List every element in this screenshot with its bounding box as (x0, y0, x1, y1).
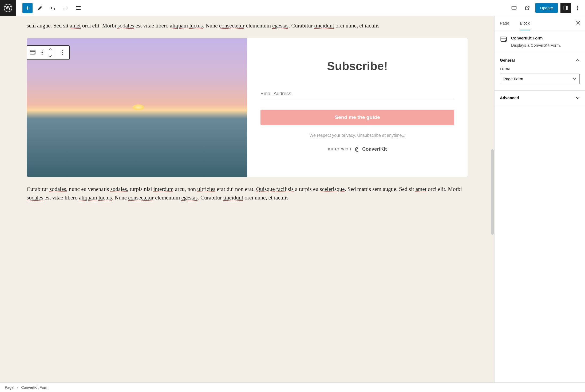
editor-canvas[interactable]: sem augue. Sed sit amet orci elit. Morbi… (0, 16, 494, 382)
add-block-button[interactable]: + (22, 3, 33, 13)
block-name-label: ConvertKit Form (511, 36, 580, 40)
convertkit-form-icon (500, 36, 507, 43)
svg-point-8 (41, 51, 42, 51)
device-preview-button[interactable] (509, 3, 519, 13)
block-drag-handle[interactable] (38, 45, 46, 60)
subscribe-button[interactable]: Send me the guide (260, 110, 454, 125)
form-select[interactable]: Page Form (500, 74, 580, 84)
svg-point-10 (41, 52, 42, 53)
paragraph-block[interactable]: Curabitur sodales, nunc eu venenatis sod… (27, 185, 468, 202)
svg-point-14 (62, 50, 63, 51)
panel-general-header[interactable]: General (495, 53, 585, 67)
settings-sidebar: Page Block ConvertKit Form Displays a Co… (494, 16, 585, 382)
close-sidebar-button[interactable] (571, 17, 585, 29)
edit-tool-button[interactable] (35, 3, 45, 13)
breadcrumb-page[interactable]: Page (5, 385, 14, 390)
svg-point-15 (62, 52, 63, 53)
svg-point-0 (4, 4, 12, 12)
svg-point-4 (577, 6, 578, 7)
editor-topbar: + Update (0, 0, 585, 16)
panel-general: General Form Page Form (495, 53, 585, 91)
breadcrumb-block[interactable]: ConvertKit Form (21, 385, 48, 390)
form-panel: Subscribe! Send me the guide We respect … (247, 38, 468, 177)
scrollbar-thumb[interactable] (491, 149, 494, 235)
svg-point-9 (42, 51, 43, 51)
svg-point-12 (41, 54, 42, 55)
document-overview-button[interactable] (73, 3, 84, 13)
block-type-button[interactable] (27, 45, 38, 60)
panel-advanced-header[interactable]: Advanced (495, 91, 585, 105)
email-input[interactable] (260, 89, 454, 99)
more-options-button[interactable] (574, 3, 581, 13)
paragraph-block[interactable]: sem augue. Sed sit amet orci elit. Morbi… (27, 21, 468, 30)
convertkit-brand: ConvertKit (355, 146, 387, 152)
svg-point-16 (62, 54, 63, 55)
chevron-down-icon (573, 78, 576, 80)
wordpress-logo[interactable] (0, 0, 16, 16)
tab-page[interactable]: Page (495, 16, 515, 30)
undo-button[interactable] (48, 3, 58, 13)
form-title: Subscribe! (327, 59, 388, 73)
convertkit-form-block[interactable]: Subscribe! Send me the guide We respect … (27, 38, 468, 177)
move-block-down-button[interactable] (46, 53, 55, 60)
svg-rect-3 (566, 6, 568, 10)
tab-block[interactable]: Block (515, 16, 535, 30)
sidebar-tabs: Page Block (495, 16, 585, 30)
breadcrumb: Page › ConvertKit Form (0, 382, 585, 392)
svg-point-11 (42, 52, 43, 53)
panel-advanced: Advanced (495, 91, 585, 105)
update-button[interactable]: Update (535, 3, 558, 13)
block-options-button[interactable] (55, 45, 69, 60)
chevron-right-icon: › (17, 385, 18, 390)
redo-button (60, 3, 71, 13)
block-description: Displays a ConvertKit Form. (511, 43, 580, 47)
svg-point-6 (577, 9, 578, 10)
form-field-label: Form (500, 67, 580, 71)
built-with-label: BUILT WITH ConvertKit (328, 146, 387, 152)
chevron-down-icon (576, 97, 580, 99)
move-block-up-button[interactable] (46, 45, 55, 53)
privacy-note: We respect your privacy. Unsubscribe at … (309, 133, 405, 138)
svg-point-13 (42, 54, 43, 55)
svg-rect-1 (512, 6, 516, 9)
svg-point-5 (577, 7, 578, 9)
chevron-up-icon (576, 59, 580, 61)
view-page-button[interactable] (522, 3, 533, 13)
settings-toggle-button[interactable] (560, 3, 571, 13)
block-toolbar (27, 45, 70, 60)
block-info: ConvertKit Form Displays a ConvertKit Fo… (495, 30, 585, 53)
